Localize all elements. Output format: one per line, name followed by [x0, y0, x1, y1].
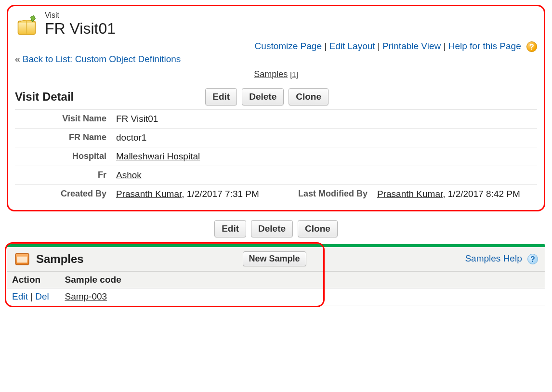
samples-table: Action Sample code Edit | Del Samp-003 — [7, 272, 545, 305]
detail-button-row-bottom: Edit Delete Clone — [7, 220, 545, 237]
field-row-hospital: Hospital Malleshwari Hospital — [15, 147, 537, 166]
edit-layout-link[interactable]: Edit Layout — [329, 41, 375, 51]
samples-help-link[interactable]: Samples Help — [465, 253, 522, 263]
created-by-label: Created By — [15, 184, 111, 203]
samples-help-icon[interactable]: ? — [527, 254, 538, 264]
sample-edit-link[interactable]: Edit — [12, 291, 28, 301]
clone-button[interactable]: Clone — [289, 88, 329, 105]
svg-rect-2 — [17, 257, 27, 263]
new-sample-button[interactable]: New Sample — [243, 251, 306, 266]
clone-button-bottom[interactable]: Clone — [298, 220, 338, 237]
fr-label: Fr — [15, 166, 111, 184]
edit-button[interactable]: Edit — [205, 88, 237, 105]
detail-button-row-top: Edit Delete Clone — [74, 88, 460, 105]
last-modified-by-label: Last Modified By — [276, 184, 372, 203]
table-row: Edit | Del Samp-003 — [7, 288, 545, 305]
field-row-created-by: Created By Prasanth Kumar, 1/2/2017 7:31… — [15, 184, 537, 203]
fr-link[interactable]: Ashok — [116, 170, 142, 180]
back-row: « Back to List: Custom Object Definition… — [15, 54, 537, 65]
samples-header: Samples New Sample Samples Help ? — [7, 247, 545, 272]
visit-object-icon — [15, 14, 40, 39]
printable-view-link[interactable]: Printable View — [382, 41, 441, 51]
back-to-list-link[interactable]: Back to List: Custom Object Definitions — [23, 54, 181, 64]
field-row-fr: Fr Ashok — [15, 166, 537, 184]
record-title: FR Visit01 — [45, 20, 116, 38]
sample-code-link[interactable]: Samp-003 — [65, 291, 107, 301]
header-action-links: Customize Page | Edit Layout | Printable… — [15, 41, 537, 52]
field-row-visit-name: Visit Name FR Visit01 — [15, 109, 537, 128]
fr-name-value: doctor1 — [111, 128, 276, 147]
detail-header-row: Visit Detail Edit Delete Clone — [15, 88, 537, 105]
help-for-page-link[interactable]: Help for this Page — [448, 41, 521, 51]
help-icon[interactable]: ? — [526, 41, 537, 52]
samples-title: Samples — [36, 252, 84, 266]
page-header: Visit FR Visit01 — [15, 8, 537, 40]
detail-section-title: Visit Detail — [15, 90, 74, 104]
related-mini-count: [1] — [290, 70, 298, 78]
samples-icon — [14, 251, 30, 267]
last-modified-by-user-link[interactable]: Prasanth Kumar — [377, 189, 443, 199]
fr-name-label: FR Name — [15, 128, 111, 147]
related-list-mini[interactable]: Samples [1] — [15, 69, 537, 79]
samples-col-action: Action — [7, 272, 60, 288]
visit-name-label: Visit Name — [15, 109, 111, 128]
samples-related-list: Samples New Sample Samples Help ? Action… — [7, 244, 545, 305]
field-row-fr-name: FR Name doctor1 — [15, 128, 537, 147]
samples-col-code: Sample code — [60, 272, 545, 288]
related-mini-label[interactable]: Samples — [254, 69, 288, 79]
customize-page-link[interactable]: Customize Page — [255, 41, 322, 51]
edit-button-bottom[interactable]: Edit — [214, 220, 246, 237]
visit-name-value: FR Visit01 — [111, 109, 276, 128]
sample-delete-link[interactable]: Del — [35, 291, 49, 301]
visit-detail-panel: Visit FR Visit01 Customize Page | Edit L… — [7, 5, 545, 211]
back-chevron-icon: « — [15, 54, 20, 64]
object-type-label: Visit — [45, 11, 116, 20]
last-modified-by-date: , 1/2/2017 8:42 PM — [443, 189, 520, 199]
created-by-date: , 1/2/2017 7:31 PM — [182, 189, 259, 199]
created-by-user-link[interactable]: Prasanth Kumar — [116, 189, 182, 199]
delete-button[interactable]: Delete — [242, 88, 284, 105]
detail-fields-table: Visit Name FR Visit01 FR Name doctor1 Ho… — [15, 109, 537, 203]
hospital-link[interactable]: Malleshwari Hospital — [116, 151, 200, 161]
hospital-label: Hospital — [15, 147, 111, 166]
delete-button-bottom[interactable]: Delete — [251, 220, 293, 237]
